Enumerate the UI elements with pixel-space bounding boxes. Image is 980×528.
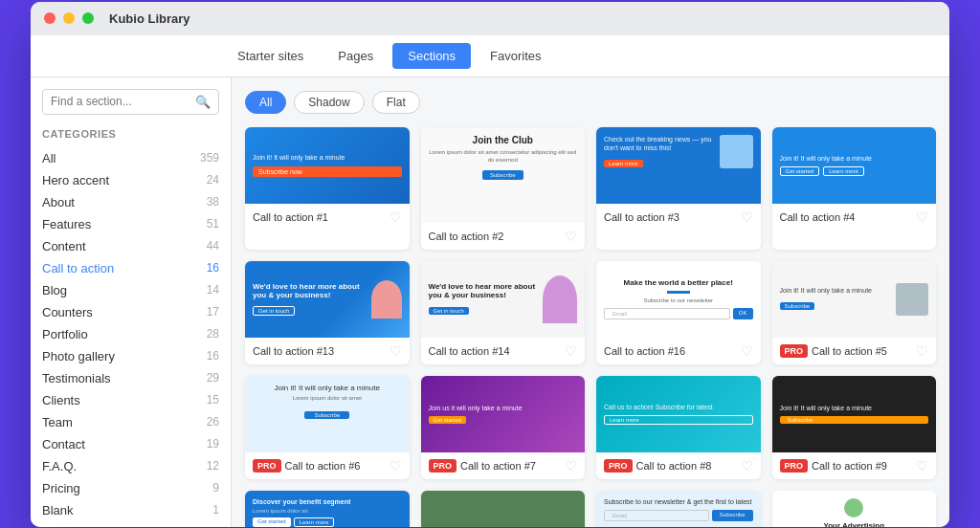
category-portfolio[interactable]: Portfolio 28	[42, 323, 219, 345]
card-16-footer: Call to action #16 ♡	[596, 338, 761, 364]
card-8-footer: PRO Call to action #8 ♡	[596, 452, 761, 479]
card-your-adv[interactable]: Your Advertising FLo Your Advertising ♡	[772, 491, 937, 527]
card-3-label: Call to action #3	[604, 211, 679, 223]
category-about[interactable]: About 38	[42, 191, 219, 213]
filter-all[interactable]: All	[245, 91, 286, 114]
card-9-pro-badge: PRO	[780, 459, 809, 473]
header: Starter sites Pages Sections Favorites	[31, 35, 949, 77]
card-cta-16[interactable]: Make the world a better place! Subscribe…	[596, 261, 761, 364]
category-pricing[interactable]: Pricing 9	[42, 477, 219, 499]
card-5-heart[interactable]: ♡	[916, 343, 928, 359]
category-faq[interactable]: F.A.Q. 12	[42, 455, 219, 477]
tab-favorites[interactable]: Favorites	[475, 43, 556, 69]
category-all-count: 359	[200, 151, 219, 165]
category-testimonials[interactable]: Testimonials 29	[42, 367, 219, 389]
card-1-thumb: Join it! It will only take a minute Subs…	[245, 127, 410, 204]
card-2-heart[interactable]: ♡	[565, 229, 577, 244]
card-8-heart[interactable]: ♡	[741, 458, 753, 473]
card-4-footer: Call to action #4 ♡	[772, 204, 937, 231]
close-button[interactable]	[44, 12, 56, 24]
card-3-footer: Call to action #3 ♡	[596, 204, 761, 231]
card-cta-6[interactable]: Join it! It will only take a minute Lore…	[245, 376, 410, 479]
card-8-thumb: Call us to action! Subscribe for latest …	[596, 376, 761, 452]
category-all[interactable]: All 359	[42, 147, 219, 169]
card-4-thumb: Join it! It will only take a minute Get …	[772, 127, 937, 204]
category-blank[interactable]: Blank 1	[42, 499, 219, 521]
category-contact[interactable]: Contact 19	[42, 433, 219, 455]
card-16-label: Call to action #16	[604, 345, 685, 357]
category-features[interactable]: Features 51	[42, 213, 219, 235]
card-14-thumb: We'd love to hear more about you & your …	[421, 261, 586, 338]
card-cta-4[interactable]: Join it! It will only take a minute Get …	[772, 127, 937, 250]
card-cta-7[interactable]: Join us it will only take a minute Get s…	[421, 376, 586, 479]
card-14-heart[interactable]: ♡	[565, 343, 577, 359]
card-13-heart[interactable]: ♡	[390, 343, 402, 359]
search-icon: 🔍	[195, 95, 211, 109]
card-13-thumb: We'd love to hear more about you & your …	[245, 261, 410, 338]
card-8-label: Call to action #8	[636, 460, 712, 472]
card-cta-14[interactable]: We'd love to hear more about you & your …	[421, 261, 586, 364]
card-6-label: Call to action #6	[285, 460, 361, 472]
card-cta-9[interactable]: Join it! It will only take a minute Subs…	[772, 376, 937, 479]
card-4-heart[interactable]: ♡	[916, 209, 928, 225]
card-3-heart[interactable]: ♡	[741, 209, 753, 225]
card-7-heart[interactable]: ♡	[565, 458, 577, 473]
card-cta-13[interactable]: We'd love to hear more about you & your …	[245, 261, 410, 364]
search-input[interactable]	[51, 95, 195, 108]
card-16-thumb: Make the world a better place! Subscribe…	[596, 261, 761, 338]
card-9-footer: PRO Call to action #9 ♡	[772, 452, 937, 479]
card-15-thumb: Subscribe to our newsletter & get the fi…	[596, 491, 761, 527]
minimize-button[interactable]	[63, 12, 75, 24]
tab-starter-sites[interactable]: Starter sites	[222, 43, 319, 69]
card-5-thumb: Join it! It will only take a minute Subs…	[772, 261, 937, 338]
card-1-label: Call to action #1	[253, 211, 328, 223]
card-13-label: Call to action #13	[253, 345, 334, 357]
card-6-pro-badge: PRO	[253, 459, 281, 473]
nav-tabs: Starter sites Pages Sections Favorites	[222, 43, 557, 69]
card-cta-10[interactable]: Discover your benefit segment Lorem ipsu…	[245, 491, 410, 527]
category-photo-gallery[interactable]: Photo gallery 16	[42, 345, 219, 367]
search-box[interactable]: 🔍	[42, 89, 219, 115]
card-3-thumb: Check out the breaking news — you don't …	[596, 127, 761, 204]
category-call-to-action[interactable]: Call to action 16	[42, 257, 219, 279]
card-cta-3[interactable]: Check out the breaking news — you don't …	[596, 127, 761, 250]
category-blog[interactable]: Blog 14	[42, 279, 219, 301]
card-1-heart[interactable]: ♡	[390, 209, 402, 225]
category-hero-accent[interactable]: Hero accent 24	[42, 169, 219, 191]
card-5-pro-badge: PRO	[780, 344, 809, 358]
card-cta-15[interactable]: Subscribe to our newsletter & get the fi…	[596, 491, 761, 527]
card-7-pro-badge: PRO	[429, 459, 457, 473]
card-cta-2[interactable]: Join the Club Lorem ipsum dolor sit amet…	[421, 127, 586, 250]
filter-shadow[interactable]: Shadow	[294, 91, 364, 114]
card-cta-5[interactable]: Join it! It will only take a minute Subs…	[772, 261, 937, 364]
tab-pages[interactable]: Pages	[323, 43, 389, 69]
card-cta-8[interactable]: Call us to action! Subscribe for latest …	[596, 376, 761, 479]
card-2-label: Call to action #2	[429, 231, 504, 242]
card-cta-12[interactable]: Redefine your home! Learn more PRO Call …	[421, 491, 586, 527]
card-12-thumb: Redefine your home! Learn more	[421, 491, 586, 527]
card-7-footer: PRO Call to action #7 ♡	[421, 452, 586, 479]
card-adv-thumb: Your Advertising FLo	[772, 491, 937, 527]
card-1-footer: Call to action #1 ♡	[245, 204, 410, 231]
category-content[interactable]: Content 44	[42, 235, 219, 257]
card-6-footer: PRO Call to action #6 ♡	[245, 452, 410, 479]
card-9-heart[interactable]: ♡	[916, 458, 928, 473]
card-16-heart[interactable]: ♡	[741, 343, 753, 359]
filter-flat[interactable]: Flat	[372, 91, 420, 114]
card-6-heart[interactable]: ♡	[390, 458, 402, 473]
card-9-label: Call to action #9	[812, 460, 887, 472]
maximize-button[interactable]	[82, 12, 94, 24]
cards-grid: Join it! It will only take a minute Subs…	[245, 127, 936, 527]
card-cta-1[interactable]: Join it! It will only take a minute Subs…	[245, 127, 410, 250]
category-clients[interactable]: Clients 15	[42, 389, 219, 411]
card-14-label: Call to action #14	[429, 345, 510, 357]
card-4-label: Call to action #4	[780, 211, 856, 223]
card-2-thumb: Join the Club Lorem ipsum dolor sit amet…	[421, 127, 586, 223]
app-window: Kubio Library Starter sites Pages Sectio…	[31, 2, 949, 527]
card-5-footer: PRO Call to action #5 ♡	[772, 338, 937, 364]
tab-sections[interactable]: Sections	[392, 43, 471, 69]
app-title: Kubio Library	[109, 11, 190, 26]
category-counters[interactable]: Counters 17	[42, 301, 219, 323]
card-2-footer: Call to action #2 ♡	[421, 223, 586, 250]
category-team[interactable]: Team 26	[42, 411, 219, 433]
